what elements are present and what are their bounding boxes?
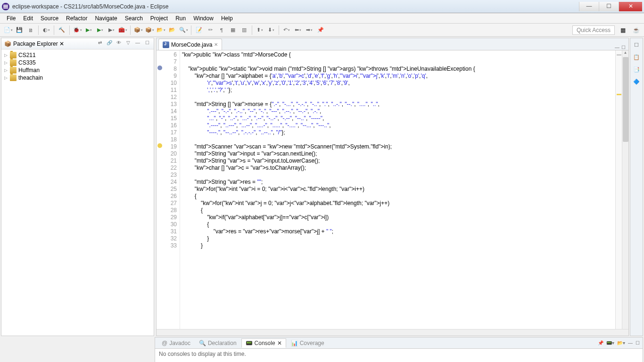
collapse-all-icon[interactable]: ⇄: [96, 40, 104, 48]
focus-icon[interactable]: 👁: [115, 40, 123, 48]
display-console-icon[interactable]: 📟▾: [606, 340, 614, 346]
quick-access-field[interactable]: Quick Access: [572, 25, 615, 35]
menu-run[interactable]: Run: [172, 14, 190, 23]
link-editor-icon[interactable]: 🔗: [106, 40, 113, 48]
menu-project[interactable]: Project: [147, 14, 172, 23]
main-toolbar: 📄 💾 🗎 ◐ 🔨 🐞 ▶ ▶ ▶ 🧰 📦 📦 📂 📂 🔍 📝 ✏ ¶ ▦ ▥ …: [0, 24, 644, 37]
toggle-highlight-button[interactable]: ▥: [239, 25, 249, 35]
project-icon: [10, 59, 17, 66]
menu-window[interactable]: Window: [190, 14, 217, 23]
project-icon: [10, 74, 17, 81]
warning-marker-icon[interactable]: [157, 143, 162, 148]
java-perspective-button[interactable]: ☕: [631, 25, 641, 35]
view-menu-icon[interactable]: ▽: [124, 40, 132, 48]
pin-console-icon[interactable]: 📌: [598, 340, 603, 346]
annotation-prev-button[interactable]: ⬆: [255, 25, 265, 35]
new-package-button[interactable]: 📦: [133, 25, 143, 35]
editor-controls: — ☐: [615, 45, 628, 50]
info-marker-icon[interactable]: [157, 66, 162, 70]
editor-tab-row: MorseCode.java ✕ — ☐: [157, 38, 628, 50]
switch-editor-button[interactable]: ◐: [41, 25, 51, 35]
editor-tab-morsecode[interactable]: MorseCode.java ✕: [158, 39, 222, 50]
code-area[interactable]: "kw">public "kw">class "mtd">MorseCode {…: [180, 50, 615, 329]
tree-item-theachain[interactable]: ▷ theachain: [4, 74, 151, 82]
task-list-icon[interactable]: 📑: [632, 65, 641, 74]
maximize-icon[interactable]: ☐: [143, 40, 151, 48]
marker-bar: [157, 50, 164, 329]
open-console-icon[interactable]: 📂▾: [617, 340, 625, 346]
java-file-icon: [163, 41, 169, 48]
minimize-icon[interactable]: —: [628, 340, 633, 346]
minimize-button[interactable]: —: [579, 2, 599, 11]
run-last-button[interactable]: ▶: [106, 25, 116, 35]
search-button[interactable]: 🔍: [178, 25, 189, 35]
coverage-button[interactable]: ▶: [95, 25, 105, 35]
horizontal-scrollbar[interactable]: [157, 329, 628, 336]
run-button[interactable]: ▶: [83, 25, 94, 35]
ruler-mark[interactable]: [617, 54, 621, 56]
show-whitespace-button[interactable]: ¶: [216, 25, 227, 35]
tab-close-icon[interactable]: ✕: [214, 42, 218, 47]
maximize-icon[interactable]: ☐: [636, 340, 640, 346]
pin-button[interactable]: 📌: [315, 25, 326, 35]
minimize-editor-icon[interactable]: —: [615, 45, 619, 50]
menu-source[interactable]: Source: [37, 14, 62, 23]
build-button[interactable]: 🔨: [57, 25, 67, 35]
maximize-button[interactable]: ☐: [599, 2, 619, 11]
separator: [38, 25, 39, 35]
menu-edit[interactable]: Edit: [19, 14, 37, 23]
javadoc-tab[interactable]: @ Javadoc: [158, 339, 194, 347]
menu-search[interactable]: Search: [121, 14, 147, 23]
maximize-editor-icon[interactable]: ☐: [621, 45, 626, 50]
expand-icon[interactable]: ▷: [4, 53, 10, 58]
toggle-wrap-button[interactable]: ▦: [228, 25, 238, 35]
menu-help[interactable]: Help: [217, 14, 237, 23]
open-task-button[interactable]: 📂: [167, 25, 177, 35]
right-trim-bar: ☐ 📋 📑 🔷: [630, 38, 643, 336]
outline-view-icon[interactable]: 📋: [632, 52, 641, 62]
restore-icon[interactable]: ☐: [632, 40, 641, 49]
debug-button[interactable]: 🐞: [72, 25, 83, 35]
new-button[interactable]: 📄: [3, 25, 13, 35]
expand-icon[interactable]: ▷: [4, 68, 10, 73]
save-button[interactable]: 💾: [14, 25, 25, 35]
vertical-scrollbar[interactable]: ▲: [622, 50, 628, 329]
overview-ruler[interactable]: [615, 50, 622, 329]
tree-label: CS211: [18, 52, 36, 58]
separator: [191, 25, 191, 35]
line-number-gutter: 6789101112131415161718192021222324252627…: [164, 50, 180, 329]
tree-item-huffman[interactable]: ▷ Huffman: [4, 66, 151, 74]
close-button[interactable]: ✕: [619, 2, 642, 11]
scrollbar-thumb[interactable]: [623, 57, 628, 142]
hierarchy-icon[interactable]: 🔷: [632, 77, 641, 86]
last-edit-button[interactable]: ↶: [281, 25, 292, 35]
save-all-button[interactable]: 🗎: [25, 25, 36, 35]
tree-label: CS335: [18, 59, 36, 66]
coverage-tab[interactable]: 📊 Coverage: [287, 339, 328, 347]
tree-item-cs335[interactable]: ▷ CS335: [4, 59, 151, 66]
code-editor[interactable]: 6789101112131415161718192021222324252627…: [157, 50, 628, 329]
expand-icon[interactable]: ▷: [4, 75, 10, 80]
editor-panel: MorseCode.java ✕ — ☐ 6789101112131415161…: [156, 38, 629, 336]
external-tools-button[interactable]: 🧰: [117, 25, 128, 35]
forward-button[interactable]: ➡: [304, 25, 314, 35]
open-perspective-button[interactable]: ▦: [618, 25, 628, 35]
declaration-tab[interactable]: 🔍 Declaration: [195, 339, 240, 347]
annotation-next-button[interactable]: ⬇: [266, 25, 276, 35]
bottom-panel: @ Javadoc 🔍 Declaration 📟 Console ✕ 📊 Co…: [155, 337, 643, 362]
menu-navigate[interactable]: Navigate: [91, 14, 121, 23]
ruler-warning-mark[interactable]: [617, 94, 621, 95]
expand-icon[interactable]: ▷: [4, 60, 10, 65]
new-class-button[interactable]: 📦: [144, 25, 155, 35]
back-button[interactable]: ⬅: [293, 25, 303, 35]
tree-item-cs211[interactable]: ▷ CS211: [4, 51, 151, 59]
menu-refactor[interactable]: Refactor: [62, 14, 91, 23]
toggle-mark-button[interactable]: 📝: [194, 25, 204, 35]
toggle-block-button[interactable]: ✏: [205, 25, 215, 35]
menu-file[interactable]: File: [3, 14, 19, 23]
separator: [252, 25, 252, 35]
minimize-icon[interactable]: —: [134, 40, 141, 48]
console-tab[interactable]: 📟 Console ✕: [241, 338, 286, 348]
open-type-button[interactable]: 📂: [156, 25, 166, 35]
project-tree[interactable]: ▷ CS211 ▷ CS335 ▷ Huffman ▷ theachain: [1, 49, 154, 336]
